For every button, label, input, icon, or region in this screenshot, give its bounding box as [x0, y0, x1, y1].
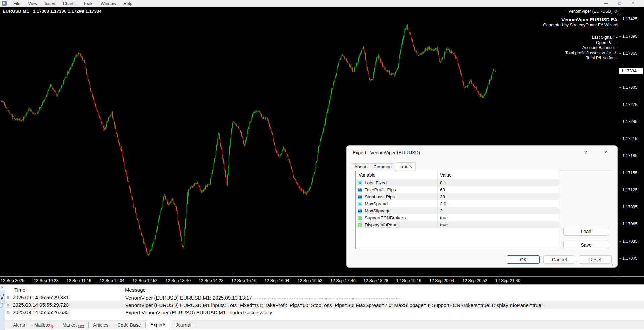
param-type-icon: ~	[358, 223, 362, 227]
log-bullet-icon	[7, 304, 9, 306]
terminal-header: Time Message	[5, 286, 644, 294]
dialog-tab[interactable]: About	[351, 163, 369, 170]
menu-item[interactable]: Insert	[41, 0, 59, 7]
param-row[interactable]: ½ MaxSpread 2.0	[356, 200, 559, 207]
param-type-icon: 123	[358, 209, 362, 213]
param-name: SupportECNBrokers	[365, 215, 406, 220]
ea-status-badge[interactable]: VenomViper (EURUSD) ☺	[566, 8, 621, 15]
log-row[interactable]: 2025.09.14 05:55:29.720 VenomViper (EURU…	[5, 301, 644, 309]
expert-properties-dialog: Expert - VenomViper (EURUSD) ? × AboutCo…	[346, 145, 618, 268]
time-axis-label: 12 Sep 17:40	[330, 278, 355, 283]
param-value[interactable]: 0.1	[437, 179, 559, 186]
param-value[interactable]: 60	[437, 186, 559, 193]
log-row[interactable]: 2025.09.14 05:55:26.635 Expert VenomVipe…	[5, 309, 644, 316]
help-icon[interactable]: ?	[584, 149, 587, 155]
param-name: Lots_Fixed	[365, 180, 387, 185]
time-axis-label: 12 Sep 20:52	[462, 278, 487, 283]
menu-item[interactable]: Tools	[79, 0, 97, 7]
price-scale[interactable]: 1.17334 1.174251.173951.173651.173051.17…	[619, 7, 644, 277]
inputs-table: Variable Value ½ Lots_Fixed 0.1 123 Take…	[355, 171, 559, 249]
param-row[interactable]: 123 MaxSlippage 3	[356, 207, 559, 214]
reset-button[interactable]: Reset	[579, 255, 612, 264]
terminal-tab[interactable]: Alerts	[9, 322, 30, 328]
ea-info-separator: ----------------------------------------…	[543, 27, 618, 30]
param-value[interactable]: 2.0	[437, 200, 559, 207]
param-type-icon: ~	[358, 216, 362, 220]
restore-button[interactable]: □	[617, 1, 622, 6]
param-type-icon: 123	[358, 188, 362, 192]
price-axis-label: 1.17065	[622, 222, 637, 226]
param-row[interactable]: 123 StopLoss_Pips 30	[356, 193, 559, 200]
menu-item[interactable]: Charts	[59, 0, 79, 7]
terminal-dock-strip[interactable]: Terminal	[0, 290, 5, 330]
ea-info-lines: Last Signal: -Open P/L: -Account Balance…	[543, 35, 618, 61]
inputs-table-rows: ½ Lots_Fixed 0.1 123 TakeProfit_Pips 60	[356, 179, 559, 228]
terminal-tab-label: Experts	[151, 322, 166, 327]
column-header-value: Value	[437, 171, 559, 179]
ok-button[interactable]: OK	[507, 255, 540, 264]
terminal-tab[interactable]: Experts	[146, 320, 171, 329]
save-button[interactable]: Save	[563, 241, 609, 249]
param-name-cell: 123 StopLoss_Pips	[356, 193, 437, 200]
ea-badge-label: VenomViper (EURUSD)	[568, 9, 612, 14]
log-message: Expert VenomViper (EURUSD) EURUSD,M1: lo…	[121, 309, 644, 316]
resize-grip[interactable]	[612, 262, 615, 266]
terminal-panel: x Terminal Time Message 2025.09.14 05:55…	[0, 284, 644, 330]
price-axis-label: 1.17365	[622, 51, 637, 56]
log-bullet-icon	[7, 311, 9, 314]
dialog-tab[interactable]: Common	[370, 163, 395, 170]
column-header-message: Message	[125, 287, 146, 293]
inputs-table-header: Variable Value	[356, 171, 559, 179]
terminal-tab[interactable]: Mailbox 6	[30, 322, 58, 328]
param-type-icon: ½	[358, 202, 362, 206]
terminal-tab[interactable]: Journal	[171, 322, 196, 328]
price-axis-label: 1.17155	[622, 171, 637, 175]
price-axis-label: 1.17035	[622, 239, 637, 244]
param-name: DisplayInfoPanel	[365, 222, 398, 227]
price-axis-label: 1.17125	[622, 188, 637, 192]
menu-item[interactable]: File	[10, 0, 24, 7]
load-button[interactable]: Load	[563, 227, 609, 236]
log-row[interactable]: 2025.09.14 05:55:29.831 VenomViper (EURU…	[5, 294, 644, 301]
close-button[interactable]: ×	[631, 1, 635, 6]
log-message: VenomViper (EURUSD) EURUSD,M1: 2025.09.1…	[121, 294, 644, 301]
param-value[interactable]: 3	[437, 207, 559, 214]
terminal-tab-label: Mailbox	[34, 322, 50, 328]
menu-item[interactable]: Window	[97, 0, 120, 7]
cancel-button[interactable]: Cancel	[543, 255, 575, 264]
param-type-icon: ½	[358, 181, 362, 185]
terminal-close-icon[interactable]: x	[1, 285, 3, 289]
app-icon: M	[2, 1, 7, 6]
terminal-tab[interactable]: Code Base	[113, 322, 145, 328]
price-axis-label: 1.17395	[622, 34, 637, 39]
minimize-button[interactable]: —	[604, 1, 608, 6]
time-axis[interactable]: 12 Sep 202512 Sep 10:2812 Sep 11:1612 Se…	[0, 276, 644, 284]
param-type-icon: 123	[358, 195, 362, 199]
price-axis-label: 1.17185	[622, 153, 637, 158]
ea-info-line: Total profits/losses so far: -/-	[543, 51, 618, 56]
time-axis-label: 12 Sep 10:28	[34, 278, 58, 283]
param-name-cell: 123 TakeProfit_Pips	[356, 186, 437, 193]
terminal-tab[interactable]: Market 122	[58, 322, 89, 328]
param-row[interactable]: ½ Lots_Fixed 0.1	[356, 179, 559, 186]
param-row[interactable]: ~ SupportECNBrokers true	[356, 214, 559, 221]
param-value[interactable]: 30	[437, 193, 559, 200]
param-row[interactable]: 123 TakeProfit_Pips 60	[356, 186, 559, 193]
param-value[interactable]: true	[437, 214, 559, 221]
param-name-cell: 123 MaxSlippage	[356, 207, 437, 214]
param-row[interactable]: ~ DisplayInfoPanel true	[356, 221, 559, 228]
menu-item[interactable]: Help	[120, 0, 136, 7]
param-value[interactable]: true	[437, 221, 559, 228]
dialog-tab[interactable]: Inputs	[396, 162, 416, 170]
current-price-box: 1.17334	[619, 68, 643, 74]
log-bullet-icon	[7, 296, 9, 299]
quote-line: EURUSD,M1 1.17303 1.17336 1.17298 1.1733…	[3, 9, 102, 14]
terminal-tab-label: Journal	[176, 322, 191, 328]
dialog-close-icon[interactable]: ×	[605, 149, 608, 155]
time-axis-label: 12 Sep 21:40	[495, 278, 520, 283]
param-name-cell: ~ SupportECNBrokers	[356, 214, 437, 221]
menu-item[interactable]: View	[24, 0, 41, 7]
terminal-tab[interactable]: Articles	[89, 322, 113, 328]
ea-info-line: Account Balance: -	[543, 45, 618, 51]
price-axis-label: 1.17425	[622, 17, 637, 21]
